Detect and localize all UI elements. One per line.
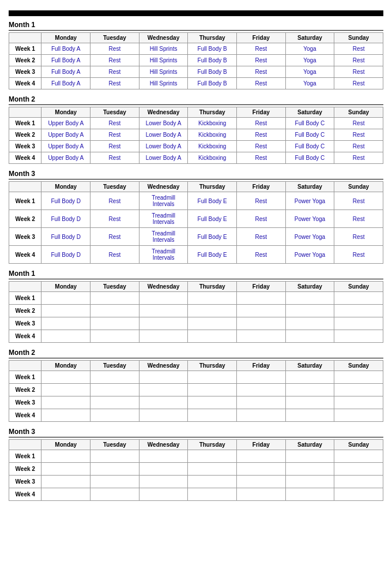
empty-schedule-cell (334, 396, 383, 409)
schedule-cell: Rest (236, 210, 285, 228)
table-row: Week 1 (9, 450, 383, 463)
empty-schedule-cell (236, 396, 285, 409)
empty-month-section: Month 3MondayTuesdayWednesdayThursdayFri… (9, 428, 383, 501)
week-label: Week 3 (9, 396, 42, 409)
schedule-cell: Rest (91, 141, 140, 152)
schedule-cell: Rest (334, 55, 383, 66)
day-header-sunday: Sunday (334, 440, 383, 450)
empty-schedule-cell (334, 463, 383, 476)
table-row: Week 3Upper Body ARestLower Body AKickbo… (9, 141, 383, 152)
week-label: Week 4 (9, 330, 42, 343)
empty-schedule-cell (42, 488, 91, 501)
table-row: Week 1Full Body ARestHill SprintsFull Bo… (9, 43, 383, 55)
day-header-wednesday: Wednesday (139, 33, 188, 43)
schedule-cell: Lower Body A (139, 152, 188, 164)
empty-months: Month 1MondayTuesdayWednesdayThursdayFri… (9, 270, 383, 501)
empty-schedule-cell (236, 476, 285, 488)
day-header-tuesday: Tuesday (91, 282, 140, 292)
table-row: Week 3 (9, 317, 383, 330)
empty-schedule-cell (236, 305, 285, 317)
day-header-saturday: Saturday (285, 282, 334, 292)
empty-schedule-cell (334, 371, 383, 384)
empty-schedule-cell (188, 488, 237, 501)
empty-schedule-cell (139, 292, 188, 305)
empty-schedule-cell (42, 396, 91, 409)
table-row: Week 2Upper Body ARestLower Body AKickbo… (9, 129, 383, 141)
empty-schedule-cell (139, 317, 188, 330)
empty-schedule-cell (42, 476, 91, 488)
week-label: Week 2 (9, 305, 42, 317)
table-row: Week 1Upper Body ARestLower Body AKickbo… (9, 118, 383, 129)
week-label: Week 1 (9, 192, 42, 210)
table-row: Week 1Full Body DRestTreadmill Intervals… (9, 192, 383, 210)
empty-schedule-cell (285, 396, 334, 409)
table-row: Week 4Full Body DRestTreadmill Intervals… (9, 246, 383, 264)
schedule-cell: Rest (91, 43, 140, 55)
day-header-monday: Monday (42, 182, 91, 192)
day-header-thursday: Thursday (188, 107, 237, 118)
schedule-cell: Full Body D (42, 192, 91, 210)
schedule-cell: Rest (334, 66, 383, 78)
table-row: Week 4 (9, 488, 383, 501)
empty-schedule-cell (285, 305, 334, 317)
filled-months: Month 1MondayTuesdayWednesdayThursdayFri… (9, 21, 383, 264)
schedule-cell: Kickboxing (188, 141, 237, 152)
empty-schedule-cell (139, 330, 188, 343)
empty-schedule-cell (236, 292, 285, 305)
day-header-monday: Monday (42, 440, 91, 450)
schedule-cell: Rest (91, 118, 140, 129)
schedule-cell: Full Body A (42, 43, 91, 55)
schedule-cell: Rest (334, 141, 383, 152)
schedule-cell: Full Body C (285, 152, 334, 164)
empty-schedule-cell (188, 317, 237, 330)
schedule-cell: Upper Body A (42, 141, 91, 152)
week-label: Week 1 (9, 118, 42, 129)
empty-schedule-cell (91, 396, 140, 409)
empty-schedule-cell (91, 330, 140, 343)
day-header-tuesday: Tuesday (91, 361, 140, 371)
day-header-sunday: Sunday (334, 182, 383, 192)
empty-schedule-cell (139, 488, 188, 501)
month-title: Month 2 (9, 95, 383, 105)
table-row: Week 2 (9, 463, 383, 476)
schedule-cell: Full Body A (42, 78, 91, 89)
table-row: Week 2 (9, 384, 383, 396)
empty-schedule-cell (188, 409, 237, 422)
month-title: Month 3 (9, 170, 383, 179)
empty-schedule-cell (334, 488, 383, 501)
schedule-cell: Rest (91, 210, 140, 228)
empty-schedule-cell (334, 409, 383, 422)
schedule-cell: Rest (236, 246, 285, 264)
empty-schedule-cell (188, 371, 237, 384)
table-row: Week 3Full Body DRestTreadmill Intervals… (9, 228, 383, 246)
empty-schedule-cell (91, 305, 140, 317)
schedule-cell: Hill Sprints (139, 55, 188, 66)
empty-schedule-cell (139, 463, 188, 476)
empty-schedule-cell (42, 409, 91, 422)
empty-schedule-cell (285, 317, 334, 330)
schedule-cell: Full Body C (285, 129, 334, 141)
schedule-cell: Power Yoga (285, 228, 334, 246)
day-header-wednesday: Wednesday (139, 107, 188, 118)
week-label: Week 3 (9, 141, 42, 152)
schedule-cell: Rest (334, 43, 383, 55)
empty-schedule-cell (139, 476, 188, 488)
empty-schedule-cell (188, 463, 237, 476)
schedule-cell: Rest (334, 210, 383, 228)
empty-schedule-cell (236, 450, 285, 463)
schedule-cell: Rest (334, 118, 383, 129)
empty-schedule-cell (91, 450, 140, 463)
schedule-cell: Yoga (285, 66, 334, 78)
schedule-cell: Rest (91, 66, 140, 78)
empty-schedule-cell (188, 305, 237, 317)
week-label: Week 4 (9, 488, 42, 501)
day-header-friday: Friday (236, 33, 285, 43)
empty-schedule-cell (236, 384, 285, 396)
month-section: Month 2MondayTuesdayWednesdayThursdayFri… (9, 95, 383, 164)
day-header-sunday: Sunday (334, 33, 383, 43)
schedule-cell: Full Body B (188, 55, 237, 66)
schedule-cell: Full Body E (188, 210, 237, 228)
day-header-monday: Monday (42, 282, 91, 292)
day-header-tuesday: Tuesday (91, 107, 140, 118)
empty-schedule-cell (42, 463, 91, 476)
